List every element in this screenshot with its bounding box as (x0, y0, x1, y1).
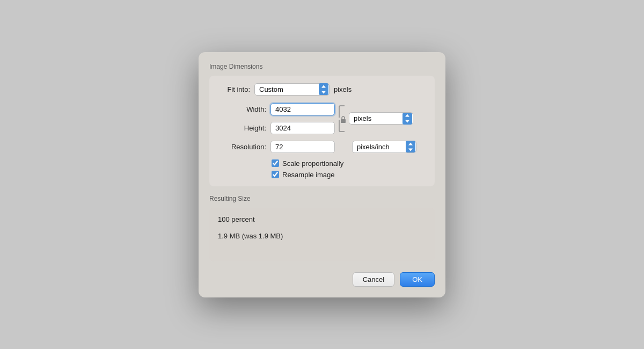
resolution-unit-stepper (406, 141, 415, 152)
resolution-input[interactable] (270, 141, 335, 153)
ok-button[interactable]: OK (400, 272, 435, 287)
fit-into-unit-label: pixels (334, 85, 352, 93)
resolution-row: Resolution: (218, 141, 335, 153)
scale-proportionally-checkbox[interactable] (272, 159, 279, 167)
fit-into-stepper-down[interactable] (319, 89, 328, 95)
width-row: Width: (218, 103, 335, 115)
width-label: Width: (218, 105, 266, 113)
svg-marker-5 (405, 114, 409, 117)
fit-into-select-wrapper: Custom (254, 83, 330, 96)
unit-stepper-down[interactable] (402, 119, 412, 125)
height-row: Height: (218, 122, 335, 134)
resulting-size-section: Resulting Size 100 percent 1.9 MB (was 1… (209, 195, 435, 261)
lock-bracket (338, 105, 346, 133)
fit-into-select[interactable]: Custom (254, 83, 330, 96)
svg-marker-1 (321, 91, 326, 93)
fit-into-row: Fit into: Custom pixels (218, 83, 426, 96)
svg-marker-8 (408, 148, 413, 151)
resolution-unit-stepper-down[interactable] (406, 147, 415, 152)
image-dimensions-content: Fit into: Custom pixels (209, 76, 435, 186)
button-row: Cancel OK (209, 272, 435, 287)
unit-select-wrapper: pixels inches cm (349, 112, 413, 125)
fit-into-stepper-up[interactable] (319, 83, 328, 89)
checkboxes-group: Scale proportionally Resample image (272, 159, 426, 179)
scale-proportionally-label: Scale proportionally (282, 159, 343, 168)
unit-stepper (402, 113, 412, 125)
image-dimensions-dialog: Image Dimensions Fit into: Custom (199, 52, 445, 297)
width-height-unit-group: Width: Height: (218, 103, 426, 134)
resulting-size-title: Resulting Size (209, 195, 435, 202)
bracket-svg (338, 105, 346, 133)
resample-image-row: Resample image (272, 171, 426, 179)
svg-rect-4 (341, 119, 346, 123)
resolution-unit-select-wrapper: pixels/inch pixels/cm (352, 141, 416, 153)
svg-marker-6 (405, 120, 409, 123)
resolution-label: Resolution: (218, 143, 266, 151)
fit-into-label: Fit into: (218, 85, 250, 93)
scale-proportionally-row: Scale proportionally (272, 159, 426, 168)
cancel-button[interactable]: Cancel (353, 272, 394, 287)
resolution-unit-group: Resolution: pixels/inch pixels/cm (218, 141, 426, 153)
resolution-unit-stepper-up[interactable] (406, 141, 415, 147)
unit-stepper-up[interactable] (402, 113, 412, 119)
dims-section: Width: Height: (218, 103, 426, 153)
svg-marker-7 (408, 142, 413, 145)
result-size: 1.9 MB (was 1.9 MB) (218, 232, 426, 240)
resample-image-label: Resample image (282, 171, 335, 179)
resulting-size-content: 100 percent 1.9 MB (was 1.9 MB) (209, 208, 435, 261)
result-percent: 100 percent (218, 215, 426, 223)
width-input[interactable] (270, 103, 335, 115)
image-dimensions-title: Image Dimensions (209, 63, 435, 70)
resample-image-checkbox[interactable] (272, 171, 279, 178)
svg-marker-0 (321, 85, 326, 88)
height-input[interactable] (270, 122, 335, 134)
height-label: Height: (218, 124, 266, 132)
width-height-group: Width: Height: (218, 103, 335, 134)
image-dimensions-section: Image Dimensions Fit into: Custom (209, 63, 435, 186)
fit-into-stepper (319, 83, 328, 95)
